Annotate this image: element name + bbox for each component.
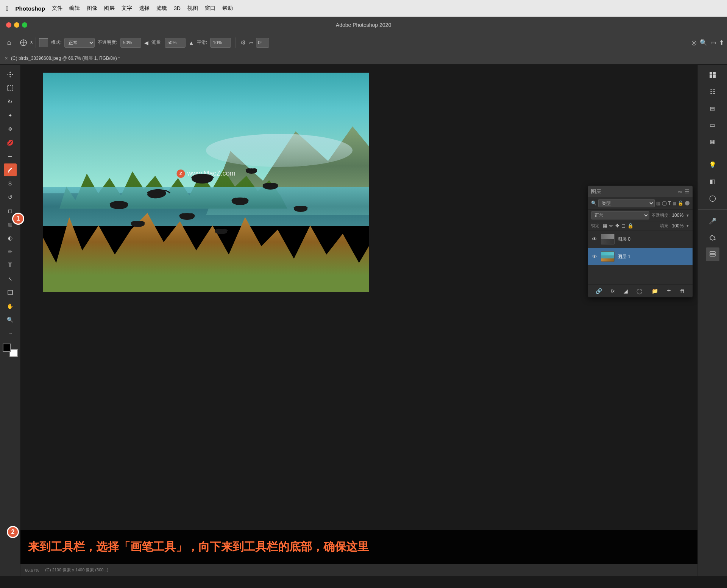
tool-history-brush[interactable]: ↺: [4, 191, 17, 204]
tool-brush[interactable]: [4, 163, 17, 176]
tool-clone[interactable]: S: [4, 177, 17, 190]
birds-overlay: [43, 73, 369, 292]
angle-input[interactable]: [256, 38, 269, 48]
tool-marquee[interactable]: [4, 82, 17, 95]
tab-name[interactable]: (C) birds_38396608.jpeg @ 66.7% (图层 1, R…: [11, 55, 120, 62]
layer-delete-btn[interactable]: 🗑: [680, 288, 685, 294]
traffic-light-red[interactable]: [6, 22, 11, 28]
menu-item-file[interactable]: 文件: [52, 5, 62, 12]
panel-icon-dots[interactable]: ▦: [706, 135, 719, 148]
panel-icon-2[interactable]: ☷: [706, 85, 719, 98]
search-icon[interactable]: 🔍: [700, 39, 707, 46]
menu-item-help[interactable]: 帮助: [222, 5, 233, 12]
share-icon[interactable]: ⬆: [719, 39, 724, 46]
menu-item-layer[interactable]: 图层: [104, 5, 115, 12]
panel-icon-layers-active[interactable]: [706, 247, 719, 261]
menu-item-text[interactable]: 文字: [122, 5, 132, 12]
tool-lasso[interactable]: ↻: [4, 95, 17, 108]
blend-mode-select[interactable]: 正常: [591, 211, 649, 219]
filter-type-icon[interactable]: T: [668, 201, 671, 206]
tool-spot-healing[interactable]: ┴: [4, 150, 17, 163]
settings-icon[interactable]: ⚙: [240, 39, 246, 46]
panel-icon-grid[interactable]: ▤: [706, 101, 719, 115]
tool-shape[interactable]: [4, 286, 17, 299]
menu-item-3d[interactable]: 3D: [174, 5, 181, 11]
lock-transparent-icon[interactable]: ▦: [603, 223, 607, 229]
tool-pen[interactable]: ✏: [4, 245, 17, 258]
panel-header-controls: »» ☰: [678, 188, 690, 194]
panel-expand-icon[interactable]: »»: [678, 189, 682, 194]
layer-mask-btn[interactable]: ◢: [624, 288, 628, 294]
menu-item-view[interactable]: 视图: [187, 5, 198, 12]
opacity-dropdown[interactable]: ▼: [686, 213, 690, 218]
filter-pixel-icon[interactable]: ▨: [656, 201, 660, 206]
layer-fx-btn[interactable]: fx: [611, 288, 615, 294]
tab-close[interactable]: ✕: [5, 56, 8, 61]
filter-toggle[interactable]: [685, 201, 690, 205]
lock-paint-icon[interactable]: ✏: [609, 223, 613, 229]
tool-move[interactable]: [4, 68, 17, 81]
tool-hand[interactable]: ✋: [4, 300, 17, 313]
opacity-input[interactable]: [120, 38, 141, 48]
fill-dropdown[interactable]: ▼: [686, 224, 690, 228]
tool-zoom[interactable]: 🔍: [4, 313, 17, 326]
brush-preview[interactable]: 3: [18, 37, 33, 48]
filter-smart-icon[interactable]: 🔓: [678, 201, 683, 206]
layers-type-select[interactable]: 类型: [598, 199, 655, 207]
menu-item-filter[interactable]: 滤镜: [156, 5, 167, 12]
target-icon[interactable]: ◎: [691, 39, 697, 46]
flow-input[interactable]: [165, 38, 186, 48]
layer-0-name: 图层 0: [618, 236, 630, 243]
apple-menu[interactable]: : [6, 5, 9, 12]
home-button[interactable]: ⌂: [3, 37, 15, 49]
panel-icon-layers[interactable]: ◧: [706, 174, 719, 188]
layer-item-0[interactable]: 👁 图层 0: [588, 230, 693, 248]
menu-item-image[interactable]: 图像: [87, 5, 97, 12]
foreground-color[interactable]: [3, 344, 11, 352]
smooth-input[interactable]: [210, 38, 231, 48]
mode-select[interactable]: 正常: [64, 38, 95, 48]
lock-all-icon[interactable]: 🔒: [627, 223, 633, 229]
opacity-slider-icon[interactable]: ◀: [144, 40, 148, 46]
layer-add-btn[interactable]: +: [667, 287, 671, 295]
fill-value: 100%: [672, 223, 683, 229]
lock-icons: ▦ ✏ ✥ ◻ 🔒: [603, 223, 633, 229]
tool-path-select[interactable]: ↖: [4, 272, 17, 285]
lock-artboard-icon[interactable]: ◻: [621, 223, 626, 229]
panel-icon-rect[interactable]: ▭: [706, 118, 719, 132]
panel-menu-icon[interactable]: ☰: [685, 188, 690, 194]
tool-more[interactable]: ···: [4, 327, 17, 340]
layer-adj-btn[interactable]: ◯: [637, 288, 643, 294]
color-swatches[interactable]: [3, 344, 18, 357]
layer-0-visibility[interactable]: 👁: [591, 236, 598, 243]
frame-icon[interactable]: ▭: [710, 39, 716, 46]
filter-adj-icon[interactable]: ◯: [662, 201, 667, 206]
panel-icon-circle[interactable]: ◯: [706, 191, 719, 205]
menu-item-window[interactable]: 窗口: [205, 5, 215, 12]
svg-rect-19: [710, 252, 715, 254]
lock-move-icon[interactable]: ✥: [615, 223, 619, 229]
step-badge-1: 1: [12, 213, 24, 225]
document-info: (C) 2100 像素 x 1400 像素 (300...): [45, 567, 108, 573]
brush-mode-icon[interactable]: [39, 38, 48, 47]
layer-link-btn[interactable]: 🔗: [596, 288, 602, 294]
filter-shape-icon[interactable]: ▤: [672, 201, 676, 206]
layer-1-visibility[interactable]: 👁: [591, 253, 598, 260]
panel-icon-audio[interactable]: 🎤: [706, 214, 719, 228]
traffic-light-green[interactable]: [22, 22, 27, 28]
layer-item-1[interactable]: 👁 图层 1: [588, 248, 693, 265]
tool-dodge[interactable]: ◐: [4, 232, 17, 244]
tool-type[interactable]: T: [4, 259, 17, 272]
tool-magic-wand[interactable]: ✦: [4, 109, 17, 122]
menu-item-edit[interactable]: 编辑: [69, 5, 80, 12]
layers-panel-title: 图层: [591, 188, 601, 195]
layer-group-btn[interactable]: 📁: [652, 288, 658, 294]
menu-item-select[interactable]: 选择: [139, 5, 150, 12]
tool-crop[interactable]: ✥: [4, 123, 17, 135]
panel-icon-1[interactable]: [706, 68, 719, 82]
layer-1-thumbnail: [601, 251, 615, 262]
tool-eyedropper[interactable]: 💋: [4, 136, 17, 149]
traffic-light-yellow[interactable]: [14, 22, 19, 28]
panel-icon-shape[interactable]: [706, 231, 719, 244]
panel-icon-bulb[interactable]: 💡: [706, 158, 719, 171]
